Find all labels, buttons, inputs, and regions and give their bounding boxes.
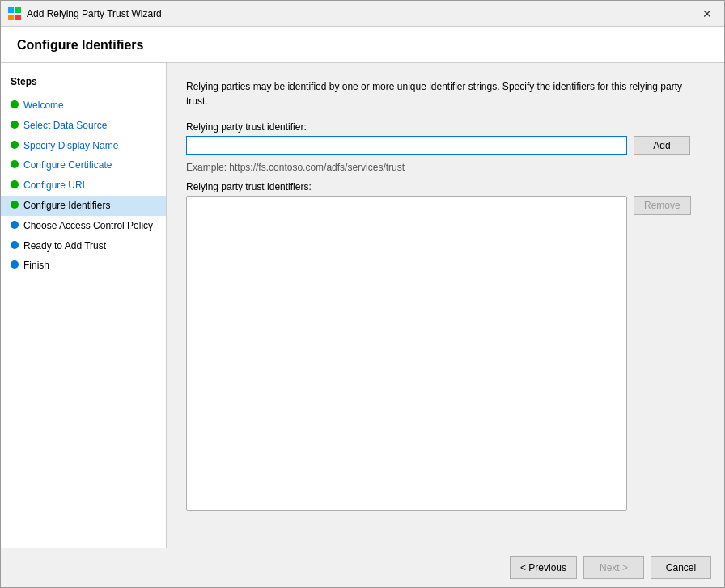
sidebar-item-configure-identifiers: Configure Identifiers xyxy=(1,196,166,216)
dot-specify-display-name xyxy=(11,141,19,149)
title-bar-text: Add Relying Party Trust Wizard xyxy=(27,8,697,19)
sidebar-label-choose-access-control: Choose Access Control Policy xyxy=(23,219,153,233)
main-window: Add Relying Party Trust Wizard ✕ Configu… xyxy=(0,0,725,588)
dot-finish xyxy=(11,260,19,269)
sidebar-item-configure-certificate[interactable]: Configure Certificate xyxy=(1,155,166,176)
sidebar-label-finish: Finish xyxy=(23,259,49,273)
svg-rect-1 xyxy=(15,7,21,13)
sidebar-item-finish: Finish xyxy=(1,256,166,276)
svg-rect-2 xyxy=(8,15,14,20)
sidebar-item-specify-display-name[interactable]: Specify Display Name xyxy=(1,136,166,156)
sidebar-label-configure-identifiers: Configure Identifiers xyxy=(23,199,110,213)
previous-button[interactable]: < Previous xyxy=(510,556,577,579)
identifier-input-row: Add xyxy=(186,136,705,155)
content-area: Steps Welcome Select Data Source Specify… xyxy=(1,63,724,548)
steps-label: Steps xyxy=(1,76,166,95)
sidebar-item-configure-url[interactable]: Configure URL xyxy=(1,176,166,196)
cancel-button[interactable]: Cancel xyxy=(651,556,711,579)
example-text: Example: https://fs.contoso.com/adfs/ser… xyxy=(186,162,705,173)
dot-configure-certificate xyxy=(11,160,19,168)
sidebar: Steps Welcome Select Data Source Specify… xyxy=(1,63,167,548)
sidebar-item-choose-access-control: Choose Access Control Policy xyxy=(1,216,166,236)
page-title: Configure Identifiers xyxy=(17,38,708,53)
sidebar-item-ready-to-add-trust: Ready to Add Trust xyxy=(1,236,166,256)
sidebar-item-select-data-source[interactable]: Select Data Source xyxy=(1,116,166,136)
identifiers-listbox[interactable] xyxy=(186,196,627,511)
svg-rect-0 xyxy=(8,7,14,13)
main-panel: Relying parties may be identified by one… xyxy=(167,63,724,548)
app-icon xyxy=(7,6,22,21)
sidebar-label-configure-certificate: Configure Certificate xyxy=(23,159,112,172)
sidebar-label-select-data-source: Select Data Source xyxy=(23,119,107,133)
sidebar-label-specify-display-name: Specify Display Name xyxy=(23,139,118,153)
add-button[interactable]: Add xyxy=(634,136,690,155)
remove-button[interactable]: Remove xyxy=(634,196,691,215)
identifier-field-label: Relying party trust identifier: xyxy=(186,121,705,133)
close-button[interactable]: ✕ xyxy=(697,5,718,23)
identifiers-label: Relying party trust identifiers: xyxy=(186,181,705,192)
description-text: Relying parties may be identified by one… xyxy=(186,79,704,108)
footer: < Previous Next > Cancel xyxy=(1,548,724,587)
dot-configure-url xyxy=(11,180,19,188)
sidebar-label-welcome: Welcome xyxy=(23,99,64,112)
dot-select-data-source xyxy=(11,121,19,129)
svg-rect-3 xyxy=(15,15,21,20)
dot-choose-access-control xyxy=(11,221,19,229)
title-bar: Add Relying Party Trust Wizard ✕ xyxy=(1,1,724,27)
page-header: Configure Identifiers xyxy=(1,27,724,63)
dot-ready-to-add-trust xyxy=(11,241,19,249)
next-button[interactable]: Next > xyxy=(583,556,644,579)
identifier-input[interactable] xyxy=(186,136,627,155)
sidebar-label-ready-to-add-trust: Ready to Add Trust xyxy=(23,239,106,253)
sidebar-label-configure-url: Configure URL xyxy=(23,179,87,192)
dot-configure-identifiers xyxy=(11,201,19,209)
dot-welcome xyxy=(11,100,19,108)
sidebar-item-welcome[interactable]: Welcome xyxy=(1,95,166,116)
identifiers-row: Remove xyxy=(186,196,705,511)
